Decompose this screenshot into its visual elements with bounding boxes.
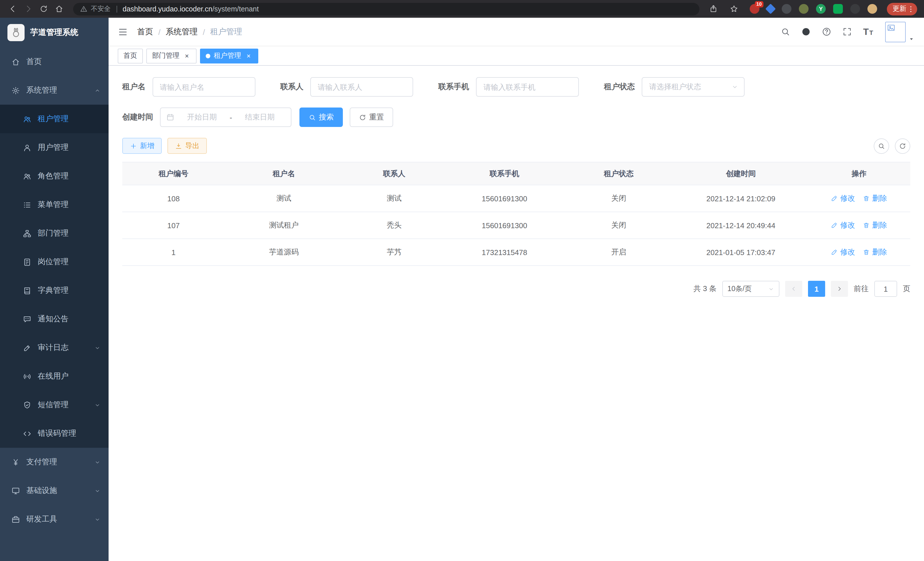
contact-input[interactable] (310, 77, 413, 97)
cell-name: 测试 (225, 185, 343, 212)
cell-id: 1 (122, 239, 225, 266)
edit-link[interactable]: 修改 (831, 247, 855, 257)
pagination: 共 3 条 10条/页 1 前往 页 (122, 281, 910, 297)
help-button[interactable] (822, 27, 832, 37)
url-path: /system/tenant (212, 5, 259, 13)
pen-icon (831, 222, 838, 229)
tab-home[interactable]: 首页 (118, 48, 143, 63)
user-avatar[interactable] (885, 21, 915, 42)
sidebar-item-menu[interactable]: 菜单管理 (0, 190, 109, 219)
sidebar-item-online-user[interactable]: 在线用户 (0, 362, 109, 391)
refresh-table-button[interactable] (895, 138, 910, 153)
bookmark-button[interactable] (727, 2, 741, 16)
search-icon (781, 27, 790, 37)
mobile-input[interactable] (476, 77, 579, 97)
search-icon (309, 114, 316, 121)
goto-page-input[interactable] (874, 281, 897, 297)
sidebar-item-role[interactable]: 角色管理 (0, 162, 109, 190)
browser-update-button[interactable]: 更新 (887, 3, 917, 15)
close-tab-icon[interactable]: × (183, 52, 191, 60)
extension-dark-plugin[interactable] (850, 4, 860, 14)
home-icon (55, 5, 63, 13)
page-number-1[interactable]: 1 (808, 281, 825, 297)
cell-id: 108 (122, 185, 225, 212)
sidebar-item-sms[interactable]: 短信管理 (0, 391, 109, 419)
plus-icon (130, 142, 137, 150)
delete-link[interactable]: 删除 (863, 193, 887, 204)
search-button[interactable]: 搜索 (299, 108, 343, 127)
extension-green-y[interactable]: Y (816, 4, 826, 14)
export-button[interactable]: 导出 (167, 138, 207, 154)
delete-link[interactable]: 删除 (863, 220, 887, 230)
github-icon (801, 27, 811, 37)
sidebar-item-infra[interactable]: 基础设施 (0, 476, 109, 505)
tree-icon (23, 229, 32, 238)
share-button[interactable] (706, 2, 721, 16)
extension-olive-avatar[interactable] (799, 4, 808, 14)
column-header: 联系手机 (446, 162, 564, 185)
browser-back-button[interactable] (6, 2, 20, 16)
prev-page-button[interactable] (785, 281, 802, 297)
sidebar: 芋道管理系统 首页系统管理租户管理用户管理角色管理菜单管理部门管理岗位管理字典管… (0, 18, 109, 561)
cell-contact: 秃头 (343, 212, 446, 239)
sidebar-item-notice[interactable]: 通知公告 (0, 305, 109, 333)
sidebar-item-post[interactable]: 岗位管理 (0, 248, 109, 276)
refresh-icon (899, 142, 906, 150)
sidebar-item-home[interactable]: 首页 (0, 47, 109, 76)
back-icon (9, 5, 17, 13)
github-button[interactable] (801, 27, 811, 37)
sidebar-item-audit-log[interactable]: 审计日志 (0, 333, 109, 362)
top-header: 首页/系统管理/租户管理 TT (109, 18, 924, 46)
tenant-status-select[interactable]: 请选择租户状态 (642, 77, 745, 97)
close-tab-icon[interactable]: × (244, 52, 253, 60)
contact-label: 联系人 (280, 82, 303, 92)
cell-name: 测试租户 (225, 212, 343, 239)
extension-blue-diamond[interactable] (765, 4, 776, 14)
cell-actions: 修改删除 (808, 239, 910, 266)
tenant-name-label: 租户名 (122, 82, 146, 92)
edit-link[interactable]: 修改 (831, 193, 855, 204)
search-button[interactable] (781, 27, 790, 37)
sidebar-item-dict[interactable]: 字典管理 (0, 276, 109, 305)
collapse-sidebar-button[interactable] (118, 27, 128, 37)
tab-dept[interactable]: 部门管理× (146, 48, 196, 63)
breadcrumb-item[interactable]: 系统管理 (166, 27, 198, 37)
extension-colorful[interactable]: 10 (750, 4, 759, 14)
edit-link[interactable]: 修改 (831, 220, 855, 230)
extension-tan-avatar[interactable] (867, 4, 877, 14)
tenant-name-input[interactable] (152, 77, 255, 97)
sidebar-item-user[interactable]: 用户管理 (0, 133, 109, 162)
sidebar-item-dept[interactable]: 部门管理 (0, 219, 109, 248)
fullscreen-button[interactable] (843, 27, 852, 37)
next-page-button[interactable] (831, 281, 848, 297)
chevron-up-icon (94, 87, 100, 93)
sidebar-item-pay[interactable]: 支付管理 (0, 448, 109, 476)
add-button[interactable]: 新增 (122, 138, 162, 154)
breadcrumb-item[interactable]: 首页 (137, 27, 153, 37)
extension-dark-sphere[interactable] (782, 4, 791, 14)
tab-tenant[interactable]: 租户管理× (200, 48, 258, 63)
browser-home-button[interactable] (52, 2, 66, 16)
book-icon (23, 286, 32, 295)
sidebar-item-system[interactable]: 系统管理 (0, 76, 109, 105)
filter-create-time: 创建时间 开始日期 - 结束日期 (122, 108, 291, 127)
sidebar-item-error-code[interactable]: 错误码管理 (0, 419, 109, 448)
app-logo[interactable]: 芋道管理系统 (0, 18, 109, 47)
browser-reload-button[interactable] (37, 2, 51, 16)
filter-contact: 联系人 (280, 77, 413, 97)
url-bar[interactable]: 不安全 dashboard.yudao.iocoder.cn/system/te… (73, 3, 699, 15)
broken-image-icon (887, 23, 896, 32)
toggle-search-button[interactable] (874, 138, 889, 153)
delete-link[interactable]: 删除 (863, 247, 887, 257)
reset-button[interactable]: 重置 (350, 108, 393, 127)
font-size-button[interactable]: TT (863, 27, 873, 36)
create-time-range-picker[interactable]: 开始日期 - 结束日期 (160, 108, 291, 127)
sidebar-item-tenant[interactable]: 租户管理 (0, 105, 109, 133)
forward-icon (24, 5, 33, 13)
browser-forward-button[interactable] (21, 2, 35, 16)
page-size-select[interactable]: 10条/页 (722, 281, 779, 297)
extension-green-chat[interactable] (833, 4, 843, 14)
sidebar-item-dev-tools[interactable]: 研发工具 (0, 505, 109, 534)
font-size-icon: TT (863, 27, 873, 36)
page-content: 租户名 联系人 联系手机 租户状态 (109, 66, 924, 561)
